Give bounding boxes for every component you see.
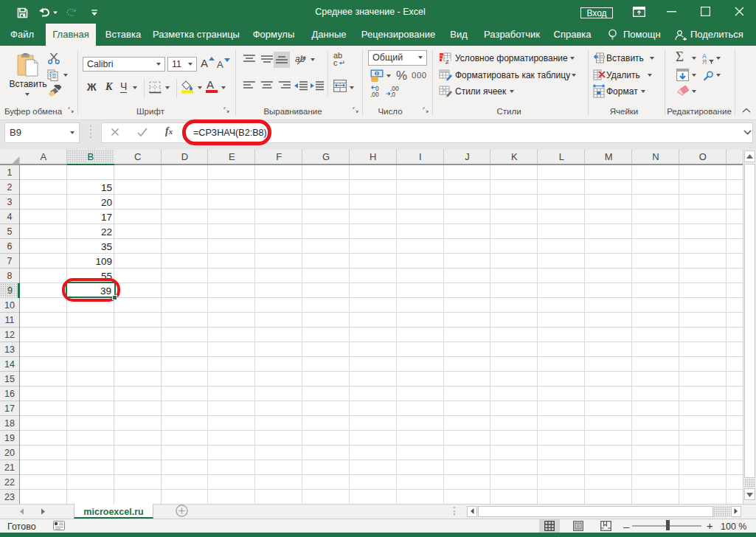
- svg-text:c: c: [333, 58, 338, 66]
- svg-text:Я: Я: [702, 58, 707, 64]
- svg-text:ab: ab: [295, 54, 305, 64]
- svg-text:,0: ,0: [390, 91, 395, 97]
- svg-text:≠: ≠: [445, 58, 449, 65]
- svg-text:,00: ,00: [370, 91, 379, 97]
